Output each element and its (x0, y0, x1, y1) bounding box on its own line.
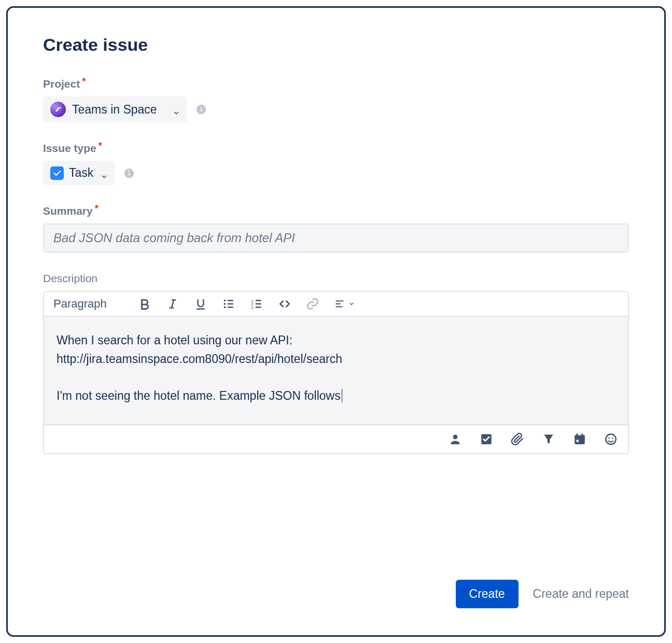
svg-rect-32 (577, 440, 579, 442)
svg-point-12 (223, 303, 226, 305)
svg-point-33 (606, 434, 616, 444)
dialog-actions: Create Create and repeat (43, 564, 629, 608)
align-dropdown[interactable] (334, 298, 355, 310)
mention-icon[interactable] (449, 432, 462, 446)
create-and-repeat-button[interactable]: Create and repeat (533, 587, 629, 601)
project-select-value: Teams in Space (72, 103, 157, 117)
chevron-down-icon (173, 106, 180, 113)
task-icon (50, 166, 64, 180)
svg-point-26 (453, 435, 458, 439)
svg-point-3 (200, 106, 201, 107)
required-asterisk: * (95, 205, 99, 212)
bold-icon[interactable] (138, 297, 151, 311)
emoji-icon[interactable] (604, 432, 618, 446)
project-avatar-icon (50, 102, 66, 117)
svg-rect-2 (201, 108, 202, 111)
project-label: Project * (43, 78, 629, 90)
summary-field: Summary * (43, 205, 629, 253)
svg-rect-30 (577, 434, 578, 436)
summary-label: Summary * (43, 205, 629, 217)
description-editor: Paragraph 123 (43, 291, 629, 454)
info-icon[interactable] (123, 167, 135, 179)
issue-type-select-value: Task (69, 166, 93, 180)
bullet-list-icon[interactable] (222, 297, 235, 311)
svg-point-35 (612, 437, 613, 439)
description-field: Description Paragraph 123 (43, 272, 629, 454)
checkbox-icon[interactable] (480, 432, 493, 446)
text-style-dropdown[interactable]: Paragraph (53, 297, 107, 311)
editor-toolbar: Paragraph 123 (44, 292, 628, 317)
svg-point-11 (223, 300, 226, 302)
svg-point-0 (59, 107, 61, 109)
text-cursor (342, 389, 343, 402)
required-asterisk: * (99, 142, 102, 149)
svg-point-6 (129, 170, 130, 171)
editor-footer-toolbar (44, 425, 628, 453)
numbered-list-icon[interactable]: 123 (250, 297, 263, 311)
dialog-title: Create issue (43, 35, 629, 55)
link-icon[interactable] (306, 297, 319, 311)
description-label: Description (43, 272, 629, 285)
svg-rect-5 (129, 172, 130, 175)
issue-type-field: Issue type * Task (43, 142, 629, 185)
italic-icon[interactable] (166, 297, 179, 311)
svg-line-9 (172, 300, 174, 307)
svg-rect-29 (575, 435, 585, 438)
create-issue-dialog: Create issue Project * Teams in Space (6, 6, 666, 637)
code-icon[interactable] (278, 297, 291, 311)
project-field: Project * Teams in Space (43, 78, 629, 122)
svg-point-13 (223, 306, 226, 309)
underline-icon[interactable] (194, 297, 207, 311)
svg-rect-31 (581, 434, 583, 436)
date-icon[interactable] (573, 432, 586, 446)
summary-input[interactable] (43, 223, 629, 253)
svg-text:3: 3 (251, 305, 253, 310)
chevron-down-icon (101, 170, 108, 177)
required-asterisk: * (82, 78, 86, 85)
description-textarea[interactable]: When I search for a hotel using our new … (44, 317, 628, 425)
filter-icon[interactable] (542, 432, 555, 446)
project-select[interactable]: Teams in Space (43, 96, 187, 122)
svg-point-34 (608, 437, 610, 439)
info-icon[interactable] (195, 104, 207, 115)
attachment-icon[interactable] (511, 432, 524, 446)
issue-type-select[interactable]: Task (43, 161, 115, 185)
create-button[interactable]: Create (456, 580, 519, 608)
issue-type-label: Issue type * (43, 142, 629, 155)
